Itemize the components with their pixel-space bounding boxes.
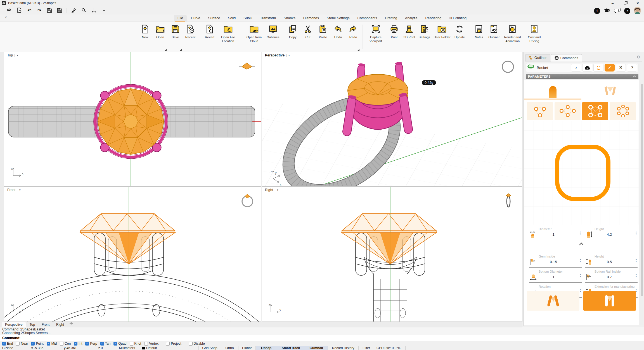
- print-button[interactable]: Print: [387, 22, 402, 52]
- collapse-section-icon[interactable]: [524, 242, 639, 246]
- save-incremental-icon[interactable]: [56, 7, 63, 13]
- render-animation-button[interactable]: Render and Animation: [501, 22, 523, 52]
- right-viewport-canvas[interactable]: z y: [262, 187, 522, 322]
- paste-button[interactable]: Paste: [315, 22, 330, 52]
- style-tab-prong[interactable]: [524, 83, 581, 99]
- ribbon-close-icon[interactable]: ✕: [4, 16, 7, 19]
- outliner-button[interactable]: Outliner: [486, 22, 501, 52]
- chat-icon[interactable]: [614, 8, 621, 15]
- sync-swoosh-icon[interactable]: [6, 7, 12, 13]
- checkbox[interactable]: [31, 342, 35, 346]
- spinner[interactable]: ▲▼: [635, 231, 637, 235]
- open-from-cloud-button[interactable]: Open from Cloud: [243, 22, 265, 52]
- osnap-mid[interactable]: Mid: [47, 342, 57, 346]
- spinner[interactable]: ▲▼: [635, 258, 637, 263]
- vptab-top[interactable]: Top: [27, 322, 38, 327]
- distribute-icon[interactable]: [101, 7, 107, 13]
- osnap-tan[interactable]: Tan: [100, 342, 110, 346]
- bottom-rail-value[interactable]: 0.7: [591, 275, 628, 279]
- add-viewport-icon[interactable]: [69, 322, 73, 327]
- checkbox[interactable]: [2, 342, 6, 346]
- checkbox[interactable]: [189, 342, 193, 346]
- annotate-icon[interactable]: [71, 7, 77, 13]
- command-input[interactable]: Command:: [0, 335, 644, 341]
- tab-shanks[interactable]: Shanks: [280, 15, 299, 22]
- osnap-disable[interactable]: Disable: [189, 342, 205, 346]
- education-icon[interactable]: [603, 8, 610, 15]
- undo-icon[interactable]: ↶: [26, 7, 32, 13]
- profile-preview-canvas[interactable]: [524, 121, 639, 225]
- status-layer[interactable]: Default: [140, 346, 173, 350]
- save-button[interactable]: Save: [168, 22, 183, 52]
- help-button[interactable]: ?: [627, 64, 637, 72]
- checkbox[interactable]: [144, 342, 148, 346]
- checkbox[interactable]: [100, 342, 104, 346]
- cloud-upload-button[interactable]: [582, 64, 592, 72]
- gem-inside-value[interactable]: 0.15: [535, 260, 572, 264]
- status-osnap[interactable]: Osnap: [256, 346, 277, 350]
- refresh-button[interactable]: [593, 64, 603, 72]
- minimize-button[interactable]: –: [606, 0, 619, 6]
- pattern-4-prong[interactable]: [555, 102, 581, 120]
- spinner[interactable]: ▲▼: [579, 258, 581, 263]
- tab-drafting[interactable]: Drafting: [381, 15, 401, 22]
- pattern-3-prong[interactable]: [527, 102, 553, 120]
- cost-pricing-button[interactable]: Cost and Pricing: [523, 22, 545, 52]
- status-cplane[interactable]: CPlane: [0, 346, 21, 350]
- duplicate-icon[interactable]: [81, 7, 87, 13]
- tab-components[interactable]: Components: [354, 15, 381, 22]
- style-tab-basket[interactable]: [581, 83, 639, 99]
- galleries-button[interactable]: Galleries: [265, 22, 281, 52]
- osnap-vertex[interactable]: Vertex: [144, 342, 158, 346]
- osnap-cen[interactable]: Cen: [60, 342, 71, 346]
- back-button[interactable]: ‹: [571, 64, 581, 72]
- status-filter[interactable]: Filter: [359, 346, 374, 350]
- cut-button[interactable]: Cut: [300, 22, 315, 52]
- capture-viewport-button[interactable]: Capture Viewport: [365, 22, 387, 52]
- scrollbar-thumb[interactable]: [641, 84, 643, 296]
- tab-file[interactable]: File: [174, 15, 187, 22]
- update-button[interactable]: Update: [452, 22, 467, 52]
- checkbox[interactable]: [74, 342, 77, 346]
- osnap-knot[interactable]: Knot: [130, 342, 141, 346]
- tab-analyze[interactable]: Analyze: [401, 15, 421, 22]
- checkbox[interactable]: [166, 342, 170, 346]
- tab-rendering[interactable]: Rendering: [422, 15, 445, 22]
- osnap-int[interactable]: Int: [74, 342, 82, 346]
- checkbox[interactable]: [85, 342, 89, 346]
- checkbox[interactable]: [16, 342, 20, 346]
- dropdown-arrow-icon[interactable]: [357, 49, 359, 51]
- viewport-menu-icon[interactable]: ▼: [286, 54, 290, 57]
- status-record-history[interactable]: Record History: [328, 346, 359, 350]
- 3d-print-button[interactable]: 3D Print: [402, 22, 417, 52]
- cancel-button[interactable]: ✕: [616, 64, 626, 72]
- osnap-project[interactable]: Project: [166, 342, 181, 346]
- collapse-chevron-icon[interactable]: [633, 75, 636, 78]
- recent-button[interactable]: Recent: [183, 22, 198, 52]
- viewport-front[interactable]: Front▼: [4, 187, 261, 322]
- copy-button[interactable]: Copy: [285, 22, 300, 52]
- restore-button[interactable]: [619, 0, 631, 6]
- osnap-near[interactable]: Near: [16, 342, 28, 346]
- user-folder-button[interactable]: User Folder: [432, 22, 452, 52]
- tab-stone-settings[interactable]: Stone Settings: [323, 15, 353, 22]
- close-button[interactable]: ✕: [631, 0, 644, 6]
- avatar[interactable]: [634, 7, 641, 15]
- osnap-end[interactable]: End: [2, 342, 13, 346]
- osnap-point[interactable]: Point: [31, 342, 43, 346]
- viewport-top-label[interactable]: Top▼: [6, 53, 20, 58]
- tab-transform[interactable]: Transform: [257, 15, 280, 22]
- prong-shape-straight[interactable]: [583, 291, 636, 311]
- recent-file-icon[interactable]: [16, 7, 22, 13]
- dropdown-arrow-icon[interactable]: [180, 49, 182, 51]
- tab-diamonds[interactable]: Diamonds: [300, 15, 323, 22]
- top-viewport-canvas[interactable]: y x: [4, 52, 261, 187]
- help-icon[interactable]: ?: [624, 8, 630, 14]
- tab-solid[interactable]: Solid: [224, 15, 240, 22]
- tab-outliner[interactable]: Outliner: [525, 54, 550, 61]
- status-gumball[interactable]: Gumball: [305, 346, 328, 350]
- osnap-quad[interactable]: Quad: [113, 342, 126, 346]
- pattern-4-prong-square[interactable]: [582, 102, 608, 120]
- status-ortho[interactable]: Ortho: [221, 346, 238, 350]
- settings-button[interactable]: Settings: [417, 22, 432, 52]
